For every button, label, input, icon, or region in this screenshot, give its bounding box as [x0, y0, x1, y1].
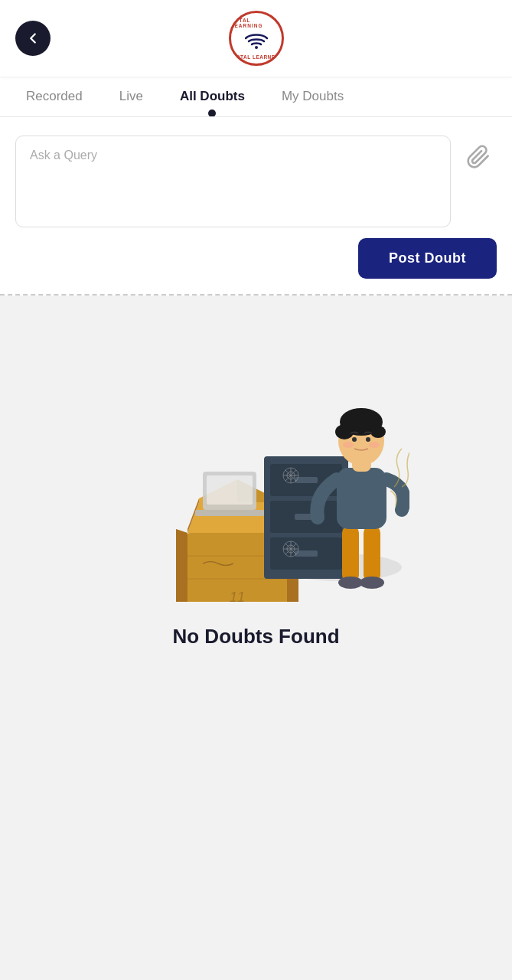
tab-my-doubts[interactable]: My Doubts	[263, 77, 362, 116]
svg-rect-33	[364, 525, 380, 583]
tabs-bar: Recorded Live All Doubts My Doubts	[0, 77, 512, 117]
logo-bottom-text: Total Learner	[233, 54, 279, 60]
svg-point-42	[352, 437, 357, 442]
logo: Total Learning Total Learner	[229, 11, 284, 66]
tab-recorded[interactable]: Recorded	[8, 77, 101, 116]
query-section: Post Doubt	[0, 117, 512, 296]
svg-rect-47	[207, 475, 253, 505]
logo-wifi-icon	[245, 33, 268, 50]
paperclip-icon	[466, 145, 491, 169]
logo-top-text: Total Learning	[231, 18, 282, 28]
svg-text:11: 11	[230, 590, 245, 602]
svg-point-35	[360, 577, 384, 589]
svg-point-34	[338, 577, 363, 589]
empty-title: No Doubts Found	[172, 625, 339, 648]
svg-rect-48	[195, 510, 264, 516]
svg-marker-4	[176, 529, 188, 602]
svg-point-41	[370, 426, 386, 438]
svg-point-44	[343, 442, 354, 448]
attach-button[interactable]	[460, 139, 497, 178]
header: Total Learning Total Learner	[0, 0, 512, 77]
svg-point-0	[255, 46, 258, 49]
svg-point-43	[366, 437, 370, 442]
empty-state: 11	[0, 296, 512, 679]
post-doubt-button[interactable]: Post Doubt	[358, 238, 497, 279]
svg-point-40	[335, 424, 354, 439]
svg-rect-32	[342, 525, 359, 583]
tab-all-doubts[interactable]: All Doubts	[161, 77, 263, 116]
empty-illustration: 11	[103, 341, 409, 602]
back-button[interactable]	[15, 21, 51, 56]
svg-point-45	[369, 442, 380, 448]
tab-live[interactable]: Live	[101, 77, 161, 116]
query-input[interactable]	[15, 136, 451, 227]
svg-rect-36	[337, 468, 386, 529]
